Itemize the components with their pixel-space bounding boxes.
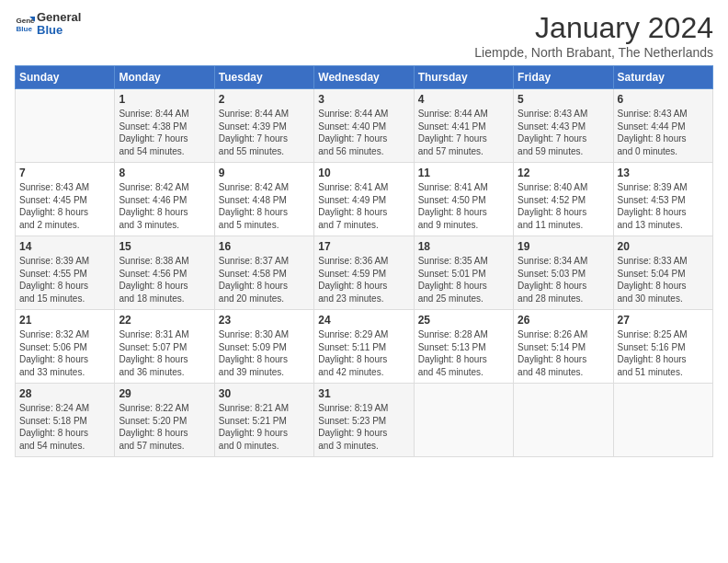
logo-general-text: General <box>37 11 81 24</box>
day-content: Sunrise: 8:30 AM Sunset: 5:09 PM Dayligh… <box>219 328 310 378</box>
calendar-cell: 5Sunrise: 8:43 AM Sunset: 4:43 PM Daylig… <box>514 89 613 163</box>
weekday-header-row: SundayMondayTuesdayWednesdayThursdayFrid… <box>16 66 713 89</box>
day-content: Sunrise: 8:43 AM Sunset: 4:43 PM Dayligh… <box>518 108 609 157</box>
day-content: Sunrise: 8:21 AM Sunset: 5:21 PM Dayligh… <box>219 402 310 452</box>
day-content: Sunrise: 8:43 AM Sunset: 4:45 PM Dayligh… <box>19 181 110 231</box>
calendar-cell: 1Sunrise: 8:44 AM Sunset: 4:38 PM Daylig… <box>115 89 214 163</box>
day-number: 2 <box>219 93 310 106</box>
calendar-cell: 9Sunrise: 8:42 AM Sunset: 4:48 PM Daylig… <box>214 163 313 236</box>
day-number: 12 <box>518 167 609 179</box>
day-content: Sunrise: 8:40 AM Sunset: 4:52 PM Dayligh… <box>518 181 609 231</box>
day-number: 6 <box>618 93 709 106</box>
calendar-cell: 30Sunrise: 8:21 AM Sunset: 5:21 PM Dayli… <box>214 384 313 457</box>
weekday-header-monday: Monday <box>115 66 214 89</box>
day-number: 9 <box>219 167 310 179</box>
day-number: 4 <box>418 93 509 106</box>
day-content: Sunrise: 8:29 AM Sunset: 5:11 PM Dayligh… <box>318 328 409 378</box>
calendar-week-row: 7Sunrise: 8:43 AM Sunset: 4:45 PM Daylig… <box>16 163 713 236</box>
day-content: Sunrise: 8:33 AM Sunset: 5:04 PM Dayligh… <box>618 255 709 304</box>
main-container: General Blue General Blue January 2024 L… <box>0 0 728 465</box>
calendar-cell: 22Sunrise: 8:31 AM Sunset: 5:07 PM Dayli… <box>115 310 214 384</box>
day-number: 22 <box>119 314 210 327</box>
day-number: 21 <box>19 314 110 327</box>
day-number: 7 <box>19 167 110 179</box>
svg-text:Blue: Blue <box>16 25 32 33</box>
day-number: 16 <box>219 240 310 253</box>
calendar-cell: 2Sunrise: 8:44 AM Sunset: 4:39 PM Daylig… <box>214 89 313 163</box>
day-content: Sunrise: 8:36 AM Sunset: 4:59 PM Dayligh… <box>318 255 409 304</box>
header: General Blue General Blue January 2024 L… <box>15 11 713 60</box>
calendar-week-row: 28Sunrise: 8:24 AM Sunset: 5:18 PM Dayli… <box>16 384 713 457</box>
day-number: 18 <box>418 240 509 253</box>
calendar-cell: 31Sunrise: 8:19 AM Sunset: 5:23 PM Dayli… <box>314 384 414 457</box>
day-content: Sunrise: 8:31 AM Sunset: 5:07 PM Dayligh… <box>119 328 210 378</box>
day-content: Sunrise: 8:42 AM Sunset: 4:48 PM Dayligh… <box>219 181 310 231</box>
calendar-cell: 4Sunrise: 8:44 AM Sunset: 4:41 PM Daylig… <box>414 89 513 163</box>
calendar-cell <box>514 384 613 457</box>
day-content: Sunrise: 8:41 AM Sunset: 4:50 PM Dayligh… <box>418 181 509 231</box>
day-content: Sunrise: 8:35 AM Sunset: 5:01 PM Dayligh… <box>418 255 509 304</box>
calendar-cell: 17Sunrise: 8:36 AM Sunset: 4:59 PM Dayli… <box>314 236 414 310</box>
weekday-header-tuesday: Tuesday <box>214 66 313 89</box>
day-number: 30 <box>219 387 310 400</box>
calendar-week-row: 14Sunrise: 8:39 AM Sunset: 4:55 PM Dayli… <box>16 236 713 310</box>
weekday-header-friday: Friday <box>514 66 613 89</box>
calendar-week-row: 21Sunrise: 8:32 AM Sunset: 5:06 PM Dayli… <box>16 310 713 384</box>
calendar-cell: 7Sunrise: 8:43 AM Sunset: 4:45 PM Daylig… <box>16 163 115 236</box>
calendar-cell: 29Sunrise: 8:22 AM Sunset: 5:20 PM Dayli… <box>115 384 214 457</box>
day-number: 13 <box>618 167 709 179</box>
calendar-cell: 19Sunrise: 8:34 AM Sunset: 5:03 PM Dayli… <box>514 236 613 310</box>
day-number: 15 <box>119 240 210 253</box>
day-number: 29 <box>119 387 210 400</box>
logo-icon: General Blue <box>15 14 35 34</box>
calendar-cell: 3Sunrise: 8:44 AM Sunset: 4:40 PM Daylig… <box>314 89 414 163</box>
day-number: 14 <box>19 240 110 253</box>
day-content: Sunrise: 8:38 AM Sunset: 4:56 PM Dayligh… <box>119 255 210 304</box>
calendar-cell <box>613 384 712 457</box>
day-number: 31 <box>318 387 409 400</box>
day-number: 1 <box>119 93 210 106</box>
calendar-week-row: 1Sunrise: 8:44 AM Sunset: 4:38 PM Daylig… <box>16 89 713 163</box>
day-content: Sunrise: 8:32 AM Sunset: 5:06 PM Dayligh… <box>19 328 110 378</box>
calendar-cell <box>414 384 513 457</box>
weekday-header-thursday: Thursday <box>414 66 513 89</box>
day-content: Sunrise: 8:24 AM Sunset: 5:18 PM Dayligh… <box>19 402 110 452</box>
calendar-cell: 18Sunrise: 8:35 AM Sunset: 5:01 PM Dayli… <box>414 236 513 310</box>
day-content: Sunrise: 8:44 AM Sunset: 4:41 PM Dayligh… <box>418 108 509 157</box>
day-content: Sunrise: 8:22 AM Sunset: 5:20 PM Dayligh… <box>119 402 210 452</box>
day-content: Sunrise: 8:37 AM Sunset: 4:58 PM Dayligh… <box>219 255 310 304</box>
calendar-cell: 24Sunrise: 8:29 AM Sunset: 5:11 PM Dayli… <box>314 310 414 384</box>
day-number: 25 <box>418 314 509 327</box>
calendar-cell: 6Sunrise: 8:43 AM Sunset: 4:44 PM Daylig… <box>613 89 712 163</box>
calendar-cell: 21Sunrise: 8:32 AM Sunset: 5:06 PM Dayli… <box>16 310 115 384</box>
calendar-table: SundayMondayTuesdayWednesdayThursdayFrid… <box>15 65 713 457</box>
weekday-header-saturday: Saturday <box>613 66 712 89</box>
day-content: Sunrise: 8:39 AM Sunset: 4:55 PM Dayligh… <box>19 255 110 304</box>
day-number: 24 <box>318 314 409 327</box>
calendar-cell: 12Sunrise: 8:40 AM Sunset: 4:52 PM Dayli… <box>514 163 613 236</box>
day-number: 5 <box>518 93 609 106</box>
day-content: Sunrise: 8:43 AM Sunset: 4:44 PM Dayligh… <box>618 108 709 157</box>
day-number: 10 <box>318 167 409 179</box>
day-number: 8 <box>119 167 210 179</box>
calendar-cell: 13Sunrise: 8:39 AM Sunset: 4:53 PM Dayli… <box>613 163 712 236</box>
calendar-cell: 25Sunrise: 8:28 AM Sunset: 5:13 PM Dayli… <box>414 310 513 384</box>
day-content: Sunrise: 8:25 AM Sunset: 5:16 PM Dayligh… <box>618 328 709 378</box>
calendar-cell: 16Sunrise: 8:37 AM Sunset: 4:58 PM Dayli… <box>214 236 313 310</box>
day-number: 28 <box>19 387 110 400</box>
calendar-cell: 28Sunrise: 8:24 AM Sunset: 5:18 PM Dayli… <box>16 384 115 457</box>
day-content: Sunrise: 8:39 AM Sunset: 4:53 PM Dayligh… <box>618 181 709 231</box>
day-number: 26 <box>518 314 609 327</box>
calendar-cell: 10Sunrise: 8:41 AM Sunset: 4:49 PM Dayli… <box>314 163 414 236</box>
day-content: Sunrise: 8:34 AM Sunset: 5:03 PM Dayligh… <box>518 255 609 304</box>
calendar-cell: 20Sunrise: 8:33 AM Sunset: 5:04 PM Dayli… <box>613 236 712 310</box>
calendar-cell <box>16 89 115 163</box>
month-title: January 2024 <box>474 11 713 45</box>
calendar-cell: 15Sunrise: 8:38 AM Sunset: 4:56 PM Dayli… <box>115 236 214 310</box>
calendar-cell: 11Sunrise: 8:41 AM Sunset: 4:50 PM Dayli… <box>414 163 513 236</box>
day-content: Sunrise: 8:44 AM Sunset: 4:38 PM Dayligh… <box>119 108 210 157</box>
day-content: Sunrise: 8:41 AM Sunset: 4:49 PM Dayligh… <box>318 181 409 231</box>
calendar-cell: 26Sunrise: 8:26 AM Sunset: 5:14 PM Dayli… <box>514 310 613 384</box>
day-number: 23 <box>219 314 310 327</box>
location-subtitle: Liempde, North Brabant, The Netherlands <box>474 45 713 60</box>
